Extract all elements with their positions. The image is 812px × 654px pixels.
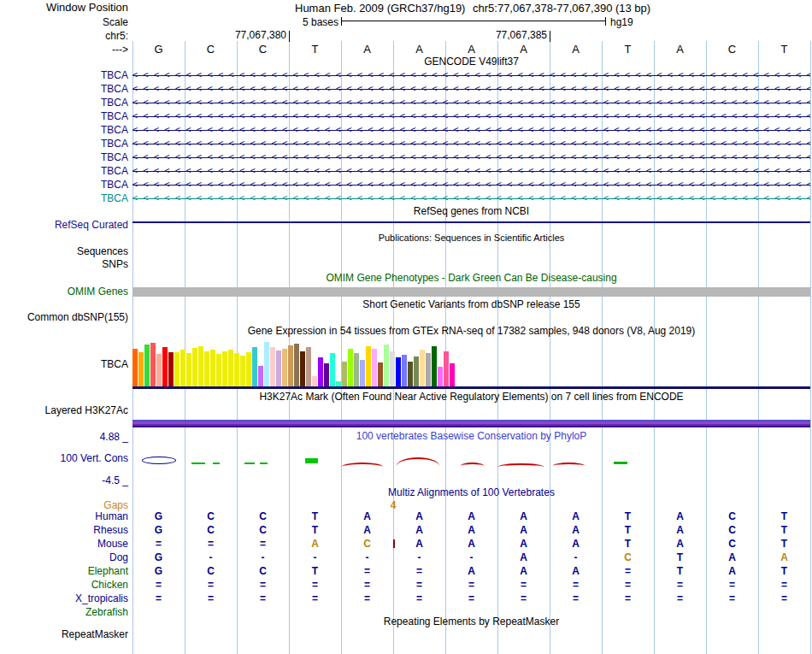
gene-row[interactable]: <<<<<<<<<<<<<<<<<<<<<<<<<<<<<<<<<<<<<<<<… (132, 83, 810, 95)
gene-label-tbca[interactable]: TBCA (0, 179, 128, 191)
h3k27ac-signal-bar[interactable] (132, 420, 810, 427)
scale-label: Scale (0, 16, 128, 28)
omim-genes-label[interactable]: OMIM Genes (0, 286, 128, 298)
alignment-base: C (341, 538, 393, 550)
publications-sequences-label[interactable]: Sequences (0, 245, 128, 257)
alignment-base: A (497, 538, 550, 550)
gene-row[interactable]: <<<<<<<<<<<<<<<<<<<<<<<<<<<<<<<<<<<<<<<<… (132, 192, 810, 204)
refseq-curated-label[interactable]: RefSeq Curated (0, 219, 128, 231)
gene-label-tbca[interactable]: TBCA (0, 151, 128, 163)
gene-row[interactable]: <<<<<<<<<<<<<<<<<<<<<<<<<<<<<<<<<<<<<<<<… (132, 110, 810, 122)
publications-snps-label[interactable]: SNPs (0, 258, 128, 270)
alignment-row[interactable]: ===ACAAAATACT (132, 538, 810, 550)
gtex-tissue-bar (330, 353, 335, 386)
gene-row[interactable]: <<<<<<<<<<<<<<<<<<<<<<<<<<<<<<<<<<<<<<<<… (132, 151, 810, 163)
alignment-row[interactable]: GCCTAAAAATACT (132, 524, 810, 536)
h3k27ac-label[interactable]: Layered H3K27Ac (0, 404, 128, 416)
alignment-base: = (706, 579, 758, 591)
alignment-base: A (706, 551, 758, 563)
gene-row[interactable]: <<<<<<<<<<<<<<<<<<<<<<<<<<<<<<<<<<<<<<<<… (132, 165, 810, 177)
refseq-title[interactable]: RefSeq genes from NCBI (132, 206, 810, 217)
species-label-x_tropicalis[interactable]: X_tropicalis (0, 592, 128, 604)
species-label-human[interactable]: Human (0, 510, 128, 522)
gene-label-tbca[interactable]: TBCA (0, 97, 128, 109)
alignment-base: = (654, 592, 706, 604)
gtex-tissue-bar (294, 344, 299, 386)
species-label-dog[interactable]: Dog (0, 551, 128, 563)
alignment-base: T (602, 524, 654, 536)
gtex-tissue-bar (174, 352, 179, 386)
alignment-base: A (445, 524, 497, 536)
species-label-elephant[interactable]: Elephant (0, 565, 128, 577)
alignment-base: T (289, 524, 341, 536)
gene-label-tbca[interactable]: TBCA (0, 69, 128, 81)
alignment-row[interactable]: GCCT==AAA=TAT (132, 565, 810, 577)
gene-row[interactable]: <<<<<<<<<<<<<<<<<<<<<<<<<<<<<<<<<<<<<<<<… (132, 97, 810, 109)
alignment-base: T (758, 538, 810, 550)
conservation-title[interactable]: 100 vertebrates Basewise Conservation by… (132, 431, 810, 442)
gene-row[interactable]: <<<<<<<<<<<<<<<<<<<<<<<<<<<<<<<<<<<<<<<<… (132, 124, 810, 136)
dbsnp-label[interactable]: Common dbSNP(155) (0, 311, 128, 323)
species-label-mouse[interactable]: Mouse (0, 538, 128, 550)
gene-label-tbca[interactable]: TBCA (0, 124, 128, 136)
alignment-row[interactable]: ============= (132, 592, 810, 604)
sequence-base: A (341, 43, 393, 56)
species-label-chicken[interactable]: Chicken (0, 579, 128, 591)
gtex-tissue-bar (420, 350, 425, 386)
sequence-row[interactable]: GCCTAAAAATACT (132, 43, 810, 56)
gene-row[interactable]: <<<<<<<<<<<<<<<<<<<<<<<<<<<<<<<<<<<<<<<<… (132, 138, 810, 150)
multiz-title[interactable]: Multiz Alignments of 100 Vertebrates (132, 487, 810, 498)
gene-label-tbca[interactable]: TBCA (0, 165, 128, 177)
sequence-base: A (445, 43, 497, 56)
alignment-base: A (497, 510, 550, 522)
gtex-tissue-bar (306, 347, 311, 386)
sequence-base: G (132, 43, 185, 56)
alignment-base: G (132, 551, 185, 563)
alignment-base: A (445, 538, 497, 550)
repeatmasker-label[interactable]: RepeatMasker (0, 628, 128, 640)
refseq-gene-line[interactable] (132, 221, 810, 223)
alignment-base: = (393, 565, 445, 577)
gene-label-tbca[interactable]: TBCA (0, 110, 128, 122)
gene-label-tbca[interactable]: TBCA (0, 83, 128, 95)
coordinate-tick (289, 31, 290, 42)
sequence-base: C (706, 43, 758, 56)
gtex-tissue-bar (408, 362, 413, 386)
h3k27ac-title[interactable]: H3K27Ac Mark (Often Found Near Active Re… (132, 392, 810, 403)
gene-row[interactable]: <<<<<<<<<<<<<<<<<<<<<<<<<<<<<<<<<<<<<<<<… (132, 69, 810, 81)
alignment-base: - (445, 551, 497, 563)
gtex-tissue-bar (384, 345, 389, 386)
alignment-base: A (654, 524, 706, 536)
conservation-mark (213, 463, 220, 464)
multiz-rows[interactable]: GCCTAAAAATACTGCCTAAAAATACT===ACAAAATACTG… (132, 510, 810, 620)
gene-row[interactable]: <<<<<<<<<<<<<<<<<<<<<<<<<<<<<<<<<<<<<<<<… (132, 179, 810, 191)
species-label-zebrafish[interactable]: Zebrafish (0, 606, 128, 618)
dbsnp-title[interactable]: Short Genetic Variants from dbSNP releas… (132, 299, 810, 310)
gencode-title[interactable]: GENCODE V49lift37 (132, 56, 810, 68)
gene-label-tbca[interactable]: TBCA (0, 192, 128, 204)
gaps-label[interactable]: Gaps (0, 499, 128, 511)
species-label-rhesus[interactable]: Rhesus (0, 524, 128, 536)
repeatmasker-title[interactable]: Repeating Elements by RepeatMasker (132, 616, 810, 627)
omim-gene-bar[interactable] (132, 287, 810, 297)
gtex-title[interactable]: Gene Expression in 54 tissues from GTEx … (132, 326, 810, 337)
conservation-label[interactable]: 100 Vert. Cons (0, 452, 128, 464)
publications-title[interactable]: Publications: Sequences in Scientific Ar… (132, 233, 810, 244)
sequence-base: A (393, 43, 445, 56)
gtex-gene-label[interactable]: TBCA (0, 358, 128, 370)
alignment-row[interactable]: GCCTAAAAATACT (132, 510, 810, 522)
gene-label-tbca[interactable]: TBCA (0, 138, 128, 150)
alignment-row[interactable]: ============= (132, 579, 810, 591)
alignment-base: - (550, 551, 602, 563)
gtex-tissue-bar (300, 351, 305, 386)
alignment-base: = (341, 579, 393, 591)
alignment-row[interactable]: G------A-CTAA (132, 551, 810, 563)
alignment-base: = (602, 592, 654, 604)
sequence-base: C (237, 43, 289, 56)
gtex-tissue-bar (138, 352, 144, 386)
alignment-base: C (237, 524, 289, 536)
alignment-base: T (654, 551, 706, 563)
strand-label: ---> (0, 44, 128, 56)
gtex-bars[interactable] (132, 339, 810, 386)
omim-title[interactable]: OMIM Gene Phenotypes - Dark Green Can Be… (132, 273, 810, 284)
